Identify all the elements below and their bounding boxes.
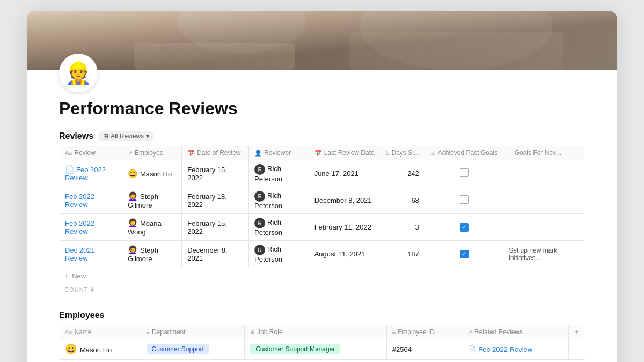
days-since-cell: 242 <box>380 160 425 187</box>
table-row: 📄Feb 2022 Review😀Mason HoFebruary 15, 20… <box>60 160 585 187</box>
review-cell: Feb 2022 Review <box>60 214 122 241</box>
related-reviews-cell: 📄Feb 2022 Review <box>462 339 568 359</box>
achieved-goals-cell[interactable]: ✓ <box>425 241 503 268</box>
checkbox-checked[interactable]: ✓ <box>460 223 469 232</box>
reviewer-avatar: R <box>254 164 265 175</box>
page-content: Performance Reviews Reviews ⊞ All Review… <box>27 99 617 362</box>
employee-emoji: 👩‍🦱 <box>128 245 138 254</box>
employee-cell: 👩‍🦱Moana Wong <box>122 214 181 241</box>
table-row: 😀Mason HoCustomer SupportCustomer Suppor… <box>60 339 585 359</box>
eth-add-col[interactable]: + <box>569 325 585 339</box>
th-last-review-date: 📅Last Review Date <box>309 146 380 160</box>
department-tag: Customer Support <box>147 344 209 354</box>
date-of-review-cell: December 8, 2021 <box>182 241 249 268</box>
view-label: All Reviews <box>111 132 144 140</box>
date-of-review-cell: February 18, 2022 <box>182 187 249 214</box>
table-row: Feb 2022 Review👩‍🦱Moana WongFebruary 15,… <box>60 214 585 241</box>
th-employee: ↗Employee <box>122 146 181 160</box>
checkbox-unchecked[interactable] <box>460 168 469 177</box>
date-of-review-cell: February 15, 2022 <box>182 214 249 241</box>
job-role-cell: Customer Support Manager <box>245 339 387 359</box>
days-since-cell: 68 <box>380 187 425 214</box>
table-row: Feb 2022 Review👩‍🦱Steph GilmoreFebruary … <box>60 187 585 214</box>
eth-name: AaName <box>60 325 141 339</box>
related-review-icon: 📄 <box>467 345 476 353</box>
goals-next-cell <box>503 214 585 241</box>
employees-section: Employees AaName ≡Department ⊕Job Role ≡… <box>59 311 585 362</box>
employee-name-cell: 😀Mason Ho <box>60 339 141 359</box>
plus-icon: + <box>64 271 69 280</box>
review-count: 4 <box>91 286 94 293</box>
svg-point-1 <box>177 11 306 54</box>
reviews-table: AaReview ↗Employee 📅Date of Review 👤Revi… <box>59 145 585 268</box>
employees-table: AaName ≡Department ⊕Job Role ≡Employee I… <box>59 324 585 359</box>
days-since-cell: 187 <box>380 241 425 268</box>
checkbox-checked[interactable]: ✓ <box>460 250 469 258</box>
goals-next-cell <box>503 160 585 187</box>
employee-emoji: 😀 <box>128 169 138 178</box>
employee-cell: 😀Mason Ho <box>122 160 181 187</box>
doc-icon: 📄 <box>65 165 74 174</box>
emp-name: Mason Ho <box>80 346 112 354</box>
achieved-goals-cell[interactable]: ✓ <box>425 214 503 241</box>
reviewer-avatar: R <box>254 245 265 255</box>
reviews-section-header: Reviews ⊞ All Reviews ▾ <box>59 131 585 141</box>
reviewer-avatar: R <box>254 218 265 228</box>
reviewer-cell: RRich Peterson <box>249 214 309 241</box>
goals-next-cell: Set up new mark initiatives... <box>503 241 585 268</box>
table-row: Dec 2021 Review👩‍🦱Steph GilmoreDecember … <box>60 241 585 268</box>
page-title: Performance Reviews <box>59 99 585 119</box>
employee-name: Mason Ho <box>140 170 172 178</box>
th-achieved-goals: ☑Achieved Past Goals <box>425 146 503 160</box>
days-since-cell: 3 <box>380 214 425 241</box>
reviews-section-title: Reviews <box>59 131 93 141</box>
new-row-label: New <box>72 272 86 280</box>
employee-cell: 👩‍🦱Steph Gilmore <box>122 187 181 214</box>
review-cell: 📄Feb 2022 Review <box>60 160 122 187</box>
goals-next-cell <box>503 187 585 214</box>
th-goals-next: ≡Goals For Nex... <box>503 146 585 160</box>
chevron-down-icon: ▾ <box>146 132 149 140</box>
department-cell: Customer Support <box>141 339 245 359</box>
related-review-link[interactable]: Feb 2022 Review <box>478 345 532 353</box>
checkbox-unchecked[interactable] <box>460 195 469 204</box>
reviewer-cell: RRich Peterson <box>249 187 309 214</box>
calculate-row: Calculate <box>59 359 585 362</box>
achieved-goals-cell[interactable] <box>425 187 503 214</box>
employees-section-header: Employees <box>59 311 585 320</box>
employees-section-title: Employees <box>59 311 104 320</box>
table-icon: ⊞ <box>103 132 108 140</box>
emp-avatar: 😀 <box>65 344 77 354</box>
add-col-cell <box>569 339 585 359</box>
achieved-goals-cell[interactable] <box>425 160 503 187</box>
eth-department: ≡Department <box>141 325 245 339</box>
employee-emoji: 👩‍🦱 <box>128 218 138 227</box>
reviewer-cell: RRich Peterson <box>249 160 309 187</box>
page-avatar: 👷 <box>59 54 98 92</box>
reviewer-cell: RRich Peterson <box>249 241 309 268</box>
employee-id-cell: #2564 <box>386 339 462 359</box>
employee-emoji: 👩‍🦱 <box>128 191 138 201</box>
last-review-date-cell: August 11, 2021 <box>309 241 380 268</box>
main-card: 👷 Performance Reviews Reviews ⊞ All Revi… <box>27 11 617 362</box>
date-of-review-cell: February 15, 2022 <box>182 160 249 187</box>
count-row: Count 4 <box>59 284 585 295</box>
avatar-area: 👷 <box>27 54 617 92</box>
last-review-date-cell: February 11, 2022 <box>309 214 380 241</box>
eth-related-reviews: ↗Related Reviews <box>462 325 568 339</box>
th-review: AaReview <box>60 146 122 160</box>
view-selector[interactable]: ⊞ All Reviews ▾ <box>99 131 153 141</box>
last-review-date-cell: December 8, 2021 <box>309 187 380 214</box>
th-reviewer: 👤Reviewer <box>249 146 309 160</box>
th-date-of-review: 📅Date of Review <box>182 146 249 160</box>
eth-job-role: ⊕Job Role <box>245 325 387 339</box>
new-row-button[interactable]: + New <box>59 268 585 284</box>
reviewer-avatar: R <box>254 191 265 202</box>
review-cell: Dec 2021 Review <box>60 241 122 268</box>
reviews-table-header-row: AaReview ↗Employee 📅Date of Review 👤Revi… <box>60 146 585 160</box>
job-role-tag: Customer Support Manager <box>250 344 340 354</box>
th-days-since: ΣDays Si... <box>380 146 425 160</box>
reviews-section: Reviews ⊞ All Reviews ▾ AaReview ↗Employ… <box>59 131 585 295</box>
last-review-date-cell: June 17, 2021 <box>309 160 380 187</box>
employee-cell: 👩‍🦱Steph Gilmore <box>122 241 181 268</box>
